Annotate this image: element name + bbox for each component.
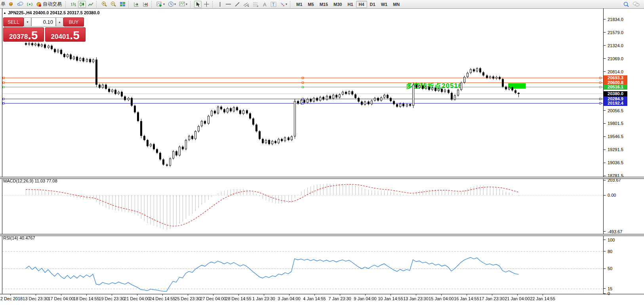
- rsi-axis-tick-label: 100: [608, 238, 615, 242]
- print-preview-icon[interactable]: [16, 1, 25, 8]
- search-icon[interactable]: [622, 1, 631, 8]
- vertical-line-button[interactable]: [216, 1, 223, 8]
- dropdown-caret-icon: ▾: [286, 2, 287, 6]
- lot-increase-button[interactable]: ▲: [56, 17, 63, 27]
- top-toolbar: 单 自动交易 ▾ ▾ ▾: [0, 0, 644, 9]
- price-axis-tick-label: 19546.5: [608, 134, 623, 139]
- line-handle[interactable]: [599, 77, 601, 79]
- bar-chart-button[interactable]: [69, 1, 77, 8]
- line-handle[interactable]: [302, 77, 304, 79]
- sell-button[interactable]: SELL: [3, 17, 24, 27]
- timeframe-button-mn[interactable]: MN: [390, 1, 402, 8]
- chart-canvas[interactable]: [2, 8, 603, 294]
- line-chart-button[interactable]: [87, 1, 95, 8]
- rsi-axis-tick: [603, 288, 606, 289]
- line-handle[interactable]: [302, 86, 304, 88]
- line-handle[interactable]: [599, 98, 601, 100]
- time-axis-label: 21 Dec 04:00: [124, 296, 150, 301]
- rsi-axis-tick-label: 15: [608, 286, 612, 291]
- time-axis-tick: [112, 294, 112, 295]
- price-axis-tick-label: 20056.5: [608, 108, 623, 113]
- price-axis-tick-label: 20814.0: [608, 69, 623, 74]
- timeframe-button-m30[interactable]: M30: [331, 1, 345, 8]
- sell-price-box[interactable]: 20378.5: [3, 27, 44, 42]
- buy-price-box[interactable]: 20401.5: [45, 27, 86, 42]
- timeframe-button-h4[interactable]: H4: [356, 1, 367, 8]
- price-axis-tick: [603, 58, 606, 59]
- buy-button[interactable]: BUY: [63, 17, 84, 27]
- toolbar-separator: [290, 1, 292, 8]
- timeframe-button-w1[interactable]: W1: [378, 1, 391, 8]
- time-axis-label: 24 Dec 14:55: [149, 296, 175, 301]
- line-handle[interactable]: [2, 77, 4, 79]
- autotrading-label: 自动交易: [43, 1, 62, 8]
- new-order-button[interactable]: 单: [1, 1, 6, 8]
- text-button[interactable]: A: [261, 1, 269, 8]
- gold-bars-icon[interactable]: [7, 1, 15, 8]
- templates-button[interactable]: ▾: [178, 1, 189, 8]
- line-handle[interactable]: [302, 82, 304, 84]
- dropdown-caret-icon: ▾: [174, 2, 176, 6]
- line-handle[interactable]: [2, 98, 4, 100]
- svg-text:A: A: [263, 2, 267, 7]
- macd-axis-tick: [603, 195, 606, 196]
- periods-button[interactable]: ▾: [167, 1, 177, 8]
- line-handle[interactable]: [302, 98, 304, 100]
- horizontal-line-button[interactable]: [224, 1, 232, 8]
- svg-text:F: F: [257, 5, 259, 7]
- timeframe-group: M1M5M15M30H1H4D1W1MN: [293, 1, 402, 8]
- cursor-button[interactable]: [194, 1, 202, 8]
- toolbar-separator: [212, 1, 215, 8]
- time-axis-tick: [340, 294, 340, 295]
- time-axis-tick: [391, 294, 391, 295]
- lot-decrease-button[interactable]: ▼: [24, 17, 31, 27]
- lot-input[interactable]: [31, 17, 56, 27]
- time-axis-label: 19 Dec 23:30: [99, 296, 124, 301]
- price-axis-tick: [603, 163, 606, 163]
- equidistant-channel-button[interactable]: E: [242, 1, 251, 8]
- crosshair-button[interactable]: [202, 1, 211, 8]
- line-handle[interactable]: [2, 86, 4, 88]
- timeframe-button-m1[interactable]: M1: [293, 1, 305, 8]
- rsi-axis-tick: [603, 251, 606, 251]
- line-handle[interactable]: [599, 102, 601, 104]
- auto-scroll-button[interactable]: [132, 1, 141, 8]
- zoom-in-button[interactable]: [100, 1, 109, 8]
- price-axis-tick-label: 19291.5: [608, 147, 623, 152]
- time-axis-label: 22 Jan 14:55: [530, 296, 555, 301]
- timeframe-button-m15[interactable]: M15: [317, 1, 331, 8]
- indicators-button[interactable]: ▾: [155, 1, 166, 8]
- buy-price: 20401: [51, 33, 70, 40]
- text-label-button[interactable]: T: [269, 1, 278, 8]
- chat-icon[interactable]: [631, 1, 641, 8]
- time-axis-label: 9 Jan 04:00: [354, 296, 377, 301]
- candlestick-chart-button[interactable]: [78, 1, 86, 8]
- line-handle[interactable]: [2, 82, 4, 84]
- autotrading-button[interactable]: 自动交易: [35, 1, 64, 8]
- rsi-axis-tick: [603, 240, 606, 240]
- time-axis-tick: [289, 294, 290, 295]
- arrows-button[interactable]: ▾: [278, 1, 288, 8]
- toolbar-separator: [65, 1, 68, 8]
- signal-icon[interactable]: [25, 1, 34, 8]
- timeframe-button-h1[interactable]: H1: [345, 1, 356, 8]
- chart-shift-button[interactable]: [141, 1, 150, 8]
- line-handle[interactable]: [599, 82, 601, 84]
- toolbar-separator: [128, 1, 131, 8]
- fibonacci-button[interactable]: F: [252, 1, 260, 8]
- zoom-out-button[interactable]: [109, 1, 118, 8]
- timeframe-button-d1[interactable]: D1: [367, 1, 378, 8]
- line-handle[interactable]: [599, 86, 601, 88]
- time-axis-tick: [162, 294, 163, 295]
- timeframe-button-m5[interactable]: M5: [305, 1, 316, 8]
- one-click-toggle-icon[interactable]: ▲: [3, 11, 6, 15]
- price-axis-tick-label: 21834.0: [608, 17, 623, 22]
- tile-windows-button[interactable]: [118, 1, 127, 8]
- line-handle[interactable]: [302, 102, 304, 104]
- line-handle[interactable]: [2, 102, 4, 104]
- time-axis-label: 4 Jan 14:55: [303, 296, 326, 301]
- time-axis-tick: [213, 294, 213, 295]
- macd-axis-tick: [603, 180, 606, 180]
- trendline-button[interactable]: [233, 1, 241, 8]
- sell-price: 20378: [9, 33, 28, 40]
